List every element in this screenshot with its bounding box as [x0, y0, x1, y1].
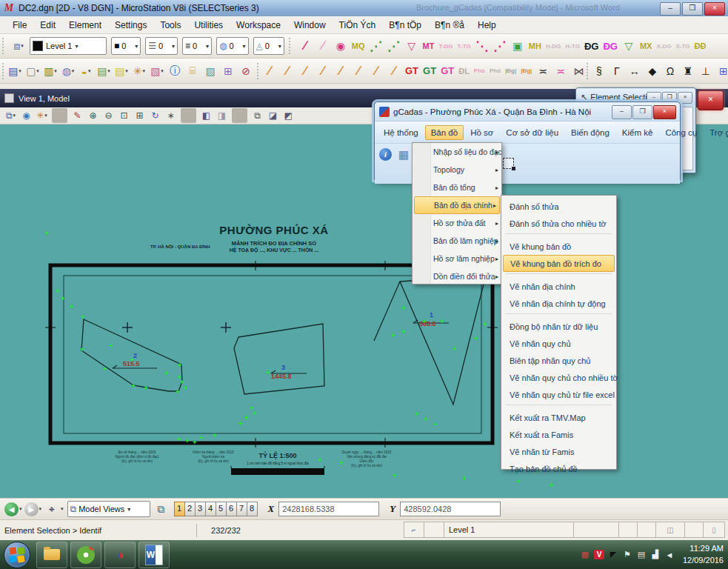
clip-mask-icon[interactable]: ◩	[281, 108, 296, 123]
tray-gnss-icon[interactable]: ◤	[608, 550, 618, 559]
draw-line-icon-4[interactable]: ⁄	[314, 62, 332, 80]
dd-don-dien-doi-thua[interactable]: Dồn điền đổi thửa▸	[413, 267, 501, 285]
table-icon[interactable]: ▦	[398, 148, 409, 161]
gc-menu-bien-dong[interactable]: Biến động	[565, 125, 615, 140]
color-combo[interactable]: ■ 0 ▾	[111, 37, 141, 55]
select-region-icon[interactable]	[503, 158, 514, 169]
pan-view-icon[interactable]: ∗	[163, 108, 178, 123]
view-tools-icon[interactable]: ⧉	[3, 108, 19, 123]
gc-menu-cong-cu[interactable]: Công cụ	[659, 125, 703, 140]
window-area-icon[interactable]: ⊡	[116, 108, 132, 123]
tool-drop-icon[interactable]: ◆	[644, 62, 661, 80]
sm-ve-nhan-quy-chu[interactable]: Vẽ nhãn quy chủ	[501, 335, 616, 352]
taskbar-explorer-button[interactable]	[36, 542, 67, 568]
sm-ve-nhan-dia-chinh-tu-dong[interactable]: Vẽ nhãn địa chính tự động	[501, 295, 616, 312]
level-manager-icon[interactable]: ▤	[95, 62, 113, 80]
sm-ve-nhan-dia-chinh[interactable]: Vẽ nhãn địa chính	[501, 278, 616, 295]
status-cell-3[interactable]	[638, 522, 656, 538]
menu-element[interactable]: Element	[62, 18, 108, 33]
draw-line-icon-8[interactable]: ∕	[385, 62, 403, 80]
taskbar-word-button[interactable]: W	[138, 542, 170, 568]
view-toggle-1[interactable]: 1	[174, 502, 185, 516]
gc-menu-co-so-du-lieu[interactable]: Cơ sở dữ liệu	[500, 125, 564, 140]
status-cell-2[interactable]	[619, 522, 638, 538]
clip-volume-icon[interactable]: ◪	[265, 108, 281, 123]
view-attributes-icon[interactable]: ▧	[148, 62, 166, 80]
fit-view-icon[interactable]: ⊞	[132, 108, 147, 123]
gcadas-titlebar[interactable]: gCadas - Phường Phúc Xá - Quận Ba Đình -…	[375, 102, 680, 122]
rotate-view-icon[interactable]: ↻	[147, 108, 163, 123]
label-gt-green[interactable]: GT	[421, 62, 438, 80]
view-group-combo[interactable]: ⧉ Model Views ▾	[67, 501, 150, 517]
view-previous-icon[interactable]: ◧	[198, 108, 214, 123]
menu-utilities[interactable]: Utilities	[187, 18, 230, 33]
taskbar-vn-app-button[interactable]: ◖◗	[104, 542, 136, 568]
tray-clipboard-icon[interactable]: ▤	[636, 550, 647, 559]
snap-mode-icon[interactable]: ⌐	[404, 522, 424, 538]
sm-ve-nhan-quy-chu-nhieu-to[interactable]: Vẽ nhãn quy chủ cho nhiều tờ	[501, 369, 616, 386]
label-gt-red[interactable]: GT	[403, 62, 421, 80]
print-organizer-icon[interactable]: ▤	[6, 62, 24, 80]
selection-info-icon[interactable]: ◫	[656, 522, 685, 538]
level-combo[interactable]: Level 1 ▾	[30, 37, 107, 55]
sm-ket-xuat-famis[interactable]: Kết xuất ra Famis	[501, 426, 616, 443]
draw-line-icon-6[interactable]: ∕	[350, 62, 367, 80]
tool-monument-icon[interactable]: ♜	[679, 62, 697, 80]
view-toggle-3[interactable]: 3	[195, 502, 206, 516]
x-coordinate-field[interactable]: 2428168.5338	[278, 502, 379, 516]
sm-danh-so-thua-nhieu-to[interactable]: Đánh số thửa cho nhiều tờ	[501, 215, 616, 232]
tool-perpendicular-icon[interactable]: ⊥	[697, 62, 715, 80]
es-close-button[interactable]: ×	[678, 92, 692, 104]
gc-menu-kiem-ke[interactable]: Kiểm kê	[616, 125, 659, 140]
view-marker-tool-icon[interactable]: ⌖	[43, 500, 61, 518]
sm-ket-xuat-tmv-map[interactable]: Kết xuất ra TMV.Map	[501, 409, 616, 426]
gc-menu-tro-giup[interactable]: Trợ giúp	[704, 125, 728, 140]
dgn-cache-icon[interactable]: ▯	[704, 522, 725, 538]
view-brightness-icon[interactable]: ✳	[130, 62, 148, 80]
y-coordinate-field[interactable]: 428592.0428	[400, 502, 501, 516]
element-info-icon[interactable]: ⓘ	[166, 62, 184, 80]
curve-tool-pink-icon[interactable]: ≍	[552, 62, 570, 80]
sm-ve-khung-ban-do-trich-do[interactable]: Vẽ khung bản đồ trích đo	[503, 255, 615, 272]
dd-ho-so-thua-dat[interactable]: Hồ sơ thửa đất▸	[413, 214, 501, 232]
view-link-icon[interactable]: ◉	[19, 108, 34, 123]
references-icon[interactable]: ▥	[41, 62, 59, 80]
draw-line-icon-5[interactable]: ∕	[332, 62, 350, 80]
label-dg-magenta[interactable]: ĐG	[601, 37, 620, 55]
gc-close-button[interactable]: ×	[653, 105, 676, 119]
project-explorer-icon[interactable]: ▨	[201, 62, 219, 80]
menu-edit[interactable]: Edit	[33, 18, 62, 33]
new-file-icon[interactable]: ▢	[24, 62, 41, 80]
view-toggle-2[interactable]: 2	[184, 502, 196, 516]
models-icon[interactable]: ◒	[77, 62, 95, 80]
dd-ho-so-lam-nghiep[interactable]: Hồ sơ lâm nghiệp▸	[413, 250, 501, 267]
view-adjust-icon[interactable]: ✳	[34, 108, 50, 123]
gc-menu-he-thong[interactable]: Hệ thống	[378, 125, 424, 140]
dd-topology[interactable]: Topology▸	[413, 161, 501, 179]
view-close-button[interactable]: ×	[698, 90, 724, 110]
tool-key-icon[interactable]: §	[590, 62, 608, 80]
draw-line-icon-3[interactable]: ∕	[296, 62, 314, 80]
draw-line-icon-7[interactable]: ∕	[367, 62, 385, 80]
zoom-out-icon[interactable]: ⊖	[101, 108, 116, 123]
tray-app-grid-icon[interactable]: ▦	[580, 550, 590, 559]
view-next-icon[interactable]: ◨	[214, 108, 230, 123]
menu-tools[interactable]: Tools	[153, 18, 187, 33]
line-weight-combo[interactable]: ≡ 0 ▾	[182, 37, 212, 55]
view-toggle-4[interactable]: 4	[205, 502, 216, 516]
view-toggle-6[interactable]: 6	[226, 502, 237, 516]
transparency-combo[interactable]: ◍ 0 ▾	[216, 37, 249, 55]
sm-bien-tap-nhan-quy-chu[interactable]: Biên tập nhãn quy chủ	[501, 352, 616, 369]
dd-ban-do-tong[interactable]: Bản đồ tổng▸	[413, 179, 501, 196]
accudraw-grid-icon[interactable]: ⊞	[219, 62, 237, 80]
tool-corner-icon[interactable]: Γ	[608, 62, 626, 80]
gc-menu-ban-do[interactable]: Bản đồ	[425, 125, 464, 140]
sm-tao-ban-do-chu-de[interactable]: Tạo bản đồ chủ đề	[501, 460, 616, 477]
toolbar-grip[interactable]	[587, 63, 588, 79]
update-view-icon[interactable]: ✎	[70, 108, 85, 123]
status-cell-1[interactable]	[574, 522, 619, 538]
draw-line-icon-2[interactable]: ∕	[278, 62, 296, 80]
search-folders-icon[interactable]: ⌸	[184, 62, 201, 80]
tool-extend-icon[interactable]: ↔	[626, 62, 644, 80]
level-display-icon[interactable]: ▤	[113, 62, 130, 80]
